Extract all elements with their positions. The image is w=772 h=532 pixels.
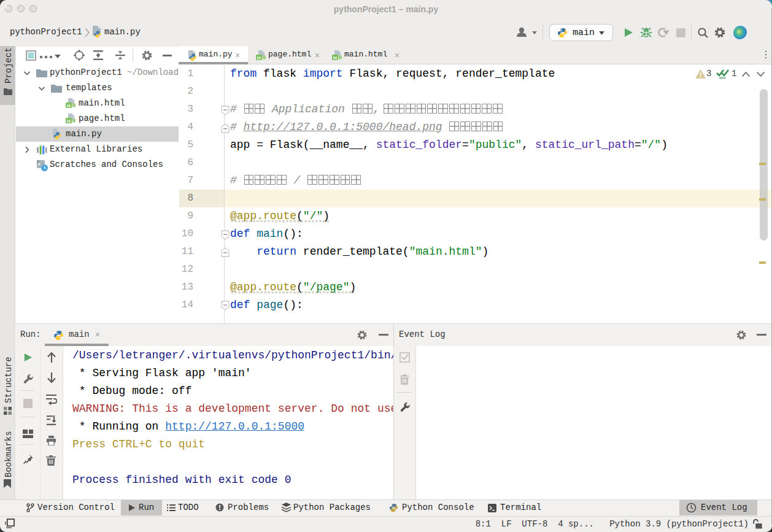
svg-text:H: H [67,103,71,109]
svg-text:H: H [67,118,71,124]
svg-text:H: H [333,55,337,61]
svg-text:H: H [257,55,261,61]
